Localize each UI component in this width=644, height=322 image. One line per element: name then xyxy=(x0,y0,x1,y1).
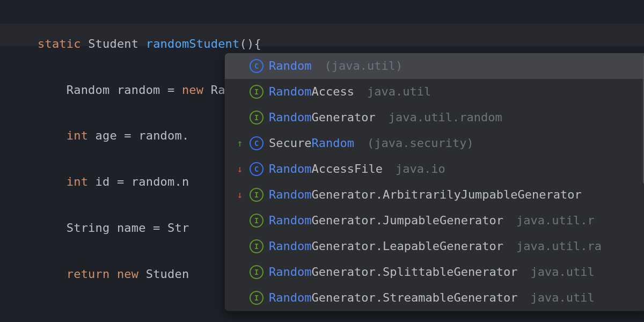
autocomplete-label: RandomGenerator.ArbitrarilyJumpableGener… xyxy=(269,189,582,201)
code-text xyxy=(109,267,116,281)
autocomplete-item[interactable]: ↓IRandomGenerator.ArbitrarilyJumpableGen… xyxy=(225,182,644,208)
autocomplete-item[interactable]: ↓CRandomAccessFilejava.io xyxy=(225,156,644,182)
autocomplete-label: RandomAccessFile xyxy=(269,163,383,175)
autocomplete-package: java.util.random xyxy=(389,112,502,123)
autocomplete-label: RandomGenerator xyxy=(269,112,376,123)
class-icon: C xyxy=(250,136,264,150)
priority-down-icon: ↓ xyxy=(236,190,244,200)
keyword: static xyxy=(38,37,81,50)
autocomplete-item[interactable]: ↑CSecureRandom(java.security) xyxy=(225,130,644,156)
autocomplete-label: RandomGenerator.LeapableGenerator xyxy=(269,240,503,252)
autocomplete-item[interactable]: IRandomGenerator.StreamableGeneratorjava… xyxy=(225,285,644,311)
autocomplete-popup[interactable]: CRandom(java.util)IRandomAccessjava.util… xyxy=(224,53,644,311)
autocomplete-package: (java.security) xyxy=(367,137,474,149)
code-text: String name = Str xyxy=(67,221,189,235)
code-text: Studen xyxy=(138,267,189,281)
keyword: new xyxy=(182,83,203,97)
interface-icon: I xyxy=(250,111,264,125)
autocomplete-package: java.util.ra xyxy=(516,240,602,252)
autocomplete-label: RandomGenerator.SplittableGenerator xyxy=(269,266,518,278)
interface-icon: I xyxy=(250,291,264,305)
autocomplete-item[interactable]: CRandom(java.util) xyxy=(225,53,644,79)
priority-up-icon: ↑ xyxy=(236,138,244,148)
keyword: int xyxy=(67,175,88,188)
autocomplete-package: java.util xyxy=(367,86,431,98)
autocomplete-package: java.util xyxy=(531,266,595,278)
autocomplete-label: RandomGenerator.StreamableGenerator xyxy=(269,292,518,304)
code-text: id = random.n xyxy=(88,175,189,188)
autocomplete-item[interactable]: IRandomGeneratorjava.util.random xyxy=(225,105,644,130)
keyword: new xyxy=(117,267,138,281)
keyword: return xyxy=(67,267,110,281)
autocomplete-label: RandomAccess xyxy=(269,86,354,98)
autocomplete-package: (java.util) xyxy=(324,60,402,72)
keyword: int xyxy=(67,129,88,142)
autocomplete-package: java.io xyxy=(396,163,445,175)
autocomplete-package: java.util xyxy=(531,292,595,304)
autocomplete-label: RandomGenerator.JumpableGenerator xyxy=(269,215,503,226)
autocomplete-label: SecureRandom xyxy=(269,137,354,149)
code-text: (){ xyxy=(240,37,261,50)
interface-icon: I xyxy=(250,214,264,228)
class-icon: C xyxy=(250,59,264,73)
autocomplete-item[interactable]: IRandomGenerator.LeapableGeneratorjava.u… xyxy=(225,233,644,259)
code-text: Random random = xyxy=(67,83,182,97)
method-name: randomStudent xyxy=(146,37,240,50)
interface-icon: I xyxy=(250,188,264,202)
code-text: age = random. xyxy=(88,129,189,142)
autocomplete-package: java.util.r xyxy=(516,215,595,226)
autocomplete-item[interactable]: IRandomGenerator.JumpableGeneratorjava.u… xyxy=(225,208,644,233)
autocomplete-item[interactable]: IRandomAccessjava.util xyxy=(225,79,644,105)
autocomplete-item[interactable]: IRandomGenerator.SplittableGeneratorjava… xyxy=(225,259,644,285)
type-name: Student xyxy=(88,37,138,50)
class-icon: C xyxy=(250,162,264,176)
interface-icon: I xyxy=(250,85,264,99)
autocomplete-label: Random xyxy=(269,60,311,72)
interface-icon: I xyxy=(250,239,264,253)
priority-down-icon: ↓ xyxy=(236,164,244,174)
interface-icon: I xyxy=(250,265,264,279)
